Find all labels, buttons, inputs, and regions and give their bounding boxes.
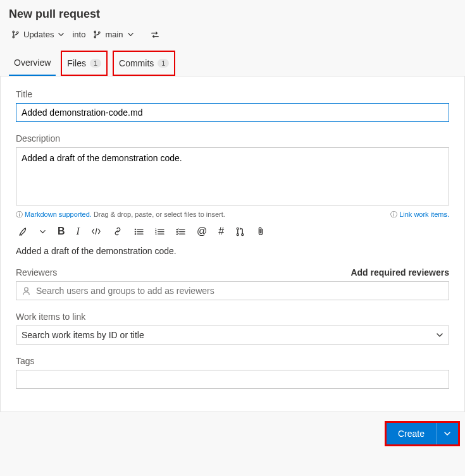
bullet-list-icon bbox=[134, 228, 144, 236]
toolbar-bullet-list-button[interactable] bbox=[133, 226, 145, 237]
target-branch-button[interactable]: main bbox=[90, 27, 136, 42]
add-required-reviewers-button[interactable]: Add required reviewers bbox=[350, 267, 449, 278]
reviewers-input[interactable] bbox=[36, 286, 443, 296]
create-dropdown-button[interactable] bbox=[436, 423, 458, 444]
tab-label: Commits bbox=[119, 58, 154, 68]
title-label: Title bbox=[16, 89, 449, 99]
pull-request-icon bbox=[235, 227, 245, 236]
workitems-label: Work items to link bbox=[16, 312, 449, 322]
description-label: Description bbox=[16, 133, 449, 143]
svg-point-7 bbox=[135, 231, 135, 231]
page-title: New pull request bbox=[9, 8, 456, 21]
commits-count-badge: 1 bbox=[158, 59, 169, 68]
branch-selector-row: Updates into main bbox=[9, 27, 456, 42]
tabs: Overview Files 1 Commits 1 bbox=[0, 51, 465, 76]
source-branch-button[interactable]: Updates bbox=[9, 27, 67, 42]
tags-label: Tags bbox=[16, 356, 449, 366]
checklist-icon bbox=[176, 228, 185, 236]
reviewers-label: Reviewers bbox=[16, 267, 57, 278]
reviewers-search-box[interactable] bbox=[16, 281, 449, 300]
swap-icon bbox=[151, 30, 159, 39]
toolbar-edit-button[interactable] bbox=[17, 226, 29, 238]
paperclip-icon bbox=[256, 226, 265, 236]
workitems-placeholder: Search work items by ID or title bbox=[22, 330, 144, 340]
toolbar-link-button[interactable] bbox=[111, 226, 124, 237]
tab-files[interactable]: Files 1 bbox=[61, 51, 108, 76]
drag-hint: Drag & drop, paste, or select files to i… bbox=[92, 211, 225, 218]
toolbar-code-button[interactable] bbox=[90, 226, 102, 237]
files-count-badge: 1 bbox=[90, 59, 101, 68]
link-work-items-hint: ⓘ Link work items. bbox=[390, 210, 449, 219]
toolbar-chevron-button[interactable] bbox=[38, 227, 47, 236]
info-icon: ⓘ bbox=[390, 211, 397, 218]
description-preview: Added a draft of the demonstration code. bbox=[16, 246, 449, 256]
create-button[interactable]: Create bbox=[387, 423, 436, 444]
pr-form: Title Description ⓘ Markdown supported. … bbox=[0, 76, 465, 412]
into-label: into bbox=[72, 30, 85, 39]
title-input[interactable] bbox=[16, 103, 449, 122]
toolbar-italic-button[interactable]: I bbox=[75, 224, 81, 238]
svg-text:3: 3 bbox=[155, 233, 157, 236]
toolbar-mention-button[interactable]: @ bbox=[195, 224, 208, 238]
source-branch-name: Updates bbox=[23, 30, 54, 39]
link-work-items-link[interactable]: Link work items. bbox=[399, 211, 449, 218]
chevron-down-icon bbox=[127, 31, 134, 38]
chevron-down-icon bbox=[443, 430, 451, 437]
toolbar-checklist-button[interactable] bbox=[175, 226, 187, 237]
toolbar-pr-button[interactable] bbox=[234, 226, 246, 238]
svg-point-6 bbox=[135, 229, 135, 229]
tab-commits[interactable]: Commits 1 bbox=[113, 51, 175, 76]
markdown-hint: ⓘ Markdown supported. Drag & drop, paste… bbox=[16, 210, 225, 219]
description-textarea[interactable] bbox=[16, 147, 449, 205]
branch-icon bbox=[11, 30, 20, 39]
svg-point-8 bbox=[135, 233, 135, 234]
person-icon bbox=[22, 286, 31, 296]
tab-label: Overview bbox=[14, 58, 51, 68]
toolbar-bold-button[interactable]: B bbox=[56, 224, 66, 238]
numbered-list-icon: 123 bbox=[155, 228, 164, 236]
toolbar-numbered-list-button[interactable]: 123 bbox=[154, 226, 166, 237]
markdown-toolbar: B I 123 @ # bbox=[16, 219, 449, 243]
markdown-supported-link[interactable]: Markdown supported. bbox=[25, 211, 92, 218]
link-icon bbox=[113, 227, 123, 236]
chevron-down-icon bbox=[39, 228, 46, 235]
chevron-down-icon bbox=[436, 331, 443, 339]
tab-overview[interactable]: Overview bbox=[9, 51, 56, 76]
tab-label: Files bbox=[67, 58, 86, 68]
code-icon bbox=[91, 227, 101, 236]
swap-branches-button[interactable] bbox=[148, 28, 162, 42]
create-button-highlight: Create bbox=[385, 421, 460, 446]
toolbar-hash-button[interactable]: # bbox=[217, 224, 225, 238]
chevron-down-icon bbox=[58, 31, 65, 38]
toolbar-attach-button[interactable] bbox=[255, 225, 266, 238]
workitems-select[interactable]: Search work items by ID or title bbox=[16, 326, 449, 345]
edit-icon bbox=[18, 227, 28, 236]
footer: Create bbox=[0, 412, 465, 451]
tags-input[interactable] bbox=[16, 370, 449, 389]
target-branch-name: main bbox=[105, 30, 123, 39]
branch-icon bbox=[93, 30, 101, 39]
info-icon: ⓘ bbox=[16, 211, 23, 218]
svg-point-15 bbox=[25, 287, 28, 291]
